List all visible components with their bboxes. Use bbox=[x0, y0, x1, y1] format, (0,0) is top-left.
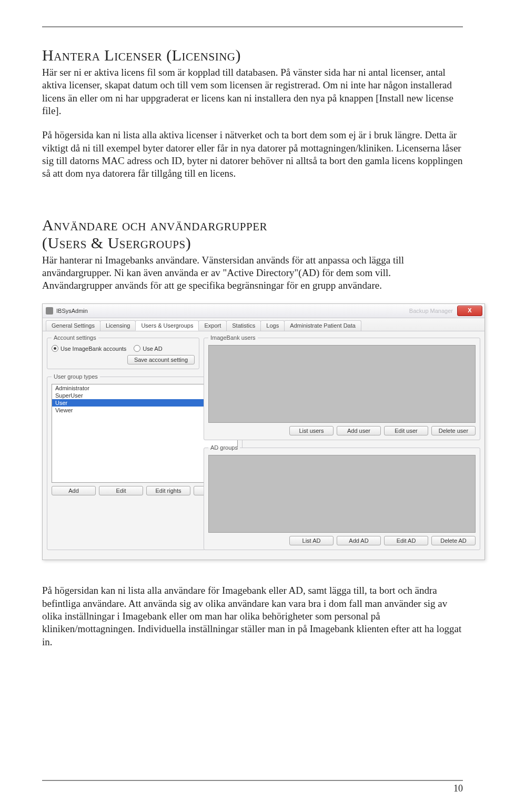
tab-statistics[interactable]: Statistics bbox=[226, 320, 261, 331]
top-rule bbox=[42, 26, 463, 27]
radio-use-imagebank[interactable]: Use ImageBank accounts bbox=[52, 345, 126, 352]
tab-export[interactable]: Export bbox=[198, 320, 227, 331]
heading-users-l1: Användare och användargrupper bbox=[42, 216, 463, 234]
list-ad-button[interactable]: List AD bbox=[289, 536, 334, 545]
ad-groups-group: AD groups List AD Add AD Edit AD Delete … bbox=[204, 444, 480, 550]
radio-ad-label: Use AD bbox=[143, 346, 162, 352]
group-edit-button[interactable]: Edit bbox=[99, 486, 143, 495]
account-settings-group: Account settings Use ImageBank accounts … bbox=[47, 334, 199, 369]
tab-general-settings[interactable]: General Settings bbox=[46, 320, 100, 331]
ad-groups-legend: AD groups bbox=[208, 444, 240, 451]
page-number: 10 bbox=[453, 783, 463, 794]
radio-dot-icon bbox=[52, 345, 58, 352]
radio-dot-icon bbox=[134, 345, 140, 352]
imagebank-users-list[interactable] bbox=[208, 345, 476, 423]
tab-administrate-patient-data[interactable]: Administrate Patient Data bbox=[284, 320, 361, 331]
licensing-para-1: Här ser ni er aktiva licens fil som är k… bbox=[42, 66, 463, 117]
radio-ib-label: Use ImageBank accounts bbox=[60, 346, 126, 352]
heading-users-l2: (Users & Usergroups) bbox=[42, 234, 463, 252]
titlebar-faded-text: Backup Manager bbox=[409, 308, 453, 314]
tab-licensing[interactable]: Licensing bbox=[100, 320, 136, 331]
tab-logs[interactable]: Logs bbox=[260, 320, 285, 331]
imagebank-users-legend: ImageBank users bbox=[208, 334, 258, 341]
ad-groups-list[interactable] bbox=[208, 455, 476, 533]
close-button[interactable]: X bbox=[457, 306, 482, 316]
titlebar[interactable]: IBSysAdmin Backup Manager X bbox=[43, 304, 484, 318]
group-add-button[interactable]: Add bbox=[52, 486, 96, 495]
account-settings-legend: Account settings bbox=[52, 334, 98, 341]
ibsysadmin-window: IBSysAdmin Backup Manager X General Sett… bbox=[42, 303, 485, 560]
user-group-legend: User group types bbox=[52, 373, 100, 380]
page-footer: 10 bbox=[42, 780, 463, 794]
tab-users-usergroups[interactable]: Users & Usergroups bbox=[135, 320, 199, 331]
add-user-button[interactable]: Add user bbox=[337, 426, 381, 435]
app-icon bbox=[46, 307, 53, 314]
tab-panel: Account settings Use ImageBank accounts … bbox=[43, 331, 484, 560]
edit-ad-button[interactable]: Edit AD bbox=[384, 536, 428, 545]
save-account-button[interactable]: Save account setting bbox=[127, 355, 195, 364]
tab-bar: General Settings Licensing Users & Userg… bbox=[43, 318, 484, 331]
users-para-2: På högersidan kan ni lista alla användar… bbox=[42, 584, 463, 648]
imagebank-users-group: ImageBank users List users Add user Edit… bbox=[204, 334, 480, 440]
radio-use-ad[interactable]: Use AD bbox=[134, 345, 162, 352]
list-users-button[interactable]: List users bbox=[289, 426, 334, 435]
edit-user-button[interactable]: Edit user bbox=[384, 426, 428, 435]
licensing-para-2: På högersida kan ni lista alla aktiva li… bbox=[42, 129, 463, 180]
users-para-1: Här hanterar ni Imagebanks användare. Vä… bbox=[42, 254, 463, 292]
delete-user-button[interactable]: Delete user bbox=[431, 426, 476, 435]
window-title: IBSysAdmin bbox=[56, 308, 88, 314]
add-ad-button[interactable]: Add AD bbox=[337, 536, 381, 545]
group-edit-rights-button[interactable]: Edit rights bbox=[146, 486, 190, 495]
delete-ad-button[interactable]: Delete AD bbox=[431, 536, 476, 545]
heading-licensing: Hantera Licenser (Licensing) bbox=[42, 46, 463, 64]
